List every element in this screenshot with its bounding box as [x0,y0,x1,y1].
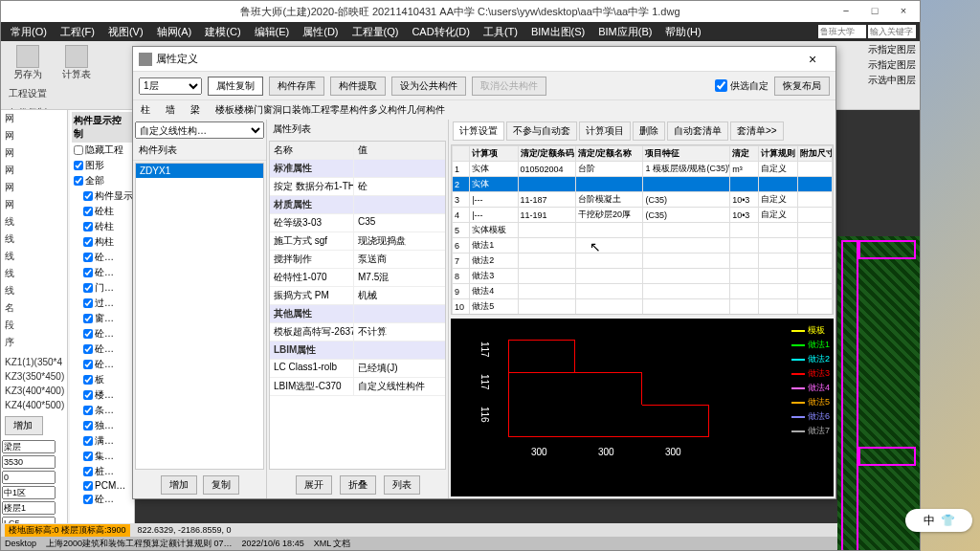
property-row[interactable]: 砼等级3-03C35 [270,214,445,232]
tree-check[interactable] [83,375,93,385]
menu-建模[interactable]: 建模(C) [199,23,246,41]
left-panel-item[interactable]: 段 [1,317,67,334]
tree-check[interactable] [83,452,93,461]
left-panel-item[interactable]: 网 [1,110,67,127]
tree-check[interactable] [83,481,93,491]
ribbon-right-label-1[interactable]: 示指定图层 [868,43,916,56]
tree-check[interactable] [83,329,93,339]
btn-折叠[interactable]: 折叠 [340,475,376,495]
tab-自动套清单[interactable]: 自动套清单 [667,121,728,141]
maximize-button[interactable]: □ [860,1,889,20]
property-row[interactable]: 其他属性 [270,305,445,323]
add-button[interactable]: 增加 [5,416,43,435]
calc-row[interactable]: 11做法6 [453,315,833,316]
left-panel-item[interactable]: 线 [1,282,67,299]
btn-构件存库[interactable]: 构件存库 [269,77,324,96]
tree-check[interactable] [83,360,93,369]
left-panel-item[interactable]: 序 [1,334,67,351]
tree-check[interactable] [83,467,93,476]
tree-check[interactable] [83,268,93,277]
tab-计算设置[interactable]: 计算设置 [453,121,504,141]
btn-列表[interactable]: 列表 [384,475,420,495]
btn-展开[interactable]: 展开 [296,475,332,495]
property-row[interactable]: 振捣方式 PM机械 [270,287,445,305]
calc-table[interactable]: 计算项 清定/定额条码 清定/定额名称 项目特征 清定 计算规则 附加尺寸 1实… [451,144,834,315]
property-table[interactable]: 名称值 标准属性按定 数据分布1-TH砼材质属性砼等级3-03C35施工方式 s… [269,141,446,470]
menu-工程量[interactable]: 工程量(Q) [346,23,405,41]
left-panel-item[interactable]: 网 [1,179,67,196]
left-panel-item[interactable]: 网 [1,196,67,213]
tab-墙[interactable]: 墙 [166,103,175,117]
btn-恢复布局[interactable]: 恢复布局 [774,77,830,96]
taskbar-doc[interactable]: 上海2000建筑和装饰工程预算定额计算规则 07… [46,538,233,550]
floor-input[interactable] [2,455,56,469]
tree-check[interactable] [83,436,93,446]
menu-bim应用[interactable]: BIM应用(B) [592,23,657,41]
calc-row[interactable]: 5实体模板 [453,223,833,238]
tree-check[interactable] [83,237,93,247]
floor-input[interactable] [2,471,56,484]
kz-item[interactable]: KZ3(400*400) [1,384,67,398]
tree-check[interactable] [74,176,83,186]
tree-check[interactable] [83,222,93,231]
tree-check[interactable] [83,344,93,354]
calc-row[interactable]: 9做法4 [453,284,833,299]
tree-check[interactable] [83,253,93,262]
hide-eng-check[interactable] [74,145,83,155]
menu-属性[interactable]: 属性(D) [297,23,344,41]
component-type-combo[interactable]: 自定义线性构… [135,121,264,139]
tree-check[interactable] [83,207,93,216]
component-item-selected[interactable]: ZDYX1 [136,164,263,178]
ribbon-工程设置[interactable]: 工程设置 [5,85,51,102]
floor-input[interactable] [2,440,56,453]
tree-check[interactable] [83,191,93,201]
calc-row[interactable]: 4|---11-191干挖砂层20厚(C35)10•3自定义 [453,208,833,223]
calc-row[interactable]: 7做法2 [453,253,833,269]
tree-check[interactable] [83,283,93,293]
tree-check[interactable] [83,314,93,323]
property-row[interactable]: 标准属性 [270,160,445,178]
menu-常用[interactable]: 常用(O) [5,23,53,41]
tab-计算项目[interactable]: 计算项目 [579,121,631,141]
floor-input[interactable] [2,486,56,499]
floor-input[interactable] [2,501,56,515]
btn-增加[interactable]: 增加 [161,475,197,495]
tab-删除[interactable]: 删除 [633,121,665,141]
tree-check[interactable] [83,421,93,430]
left-panel-item[interactable]: 网 [1,127,67,144]
menu-bim出图[interactable]: BIM出图(S) [525,23,590,41]
tree-check[interactable] [83,495,93,504]
dialog-close-button[interactable]: × [795,49,830,70]
search-school-input[interactable] [818,25,866,38]
search-keyword-input[interactable] [868,25,916,38]
ribbon-另存为[interactable]: 另存为 [10,43,46,83]
property-row[interactable]: 搅拌制作泵送商 [270,251,445,269]
component-list[interactable]: ZDYX1 [135,163,264,470]
property-row[interactable]: LC Class1-rolb已经填(J) [270,360,445,378]
menu-帮助[interactable]: 帮助(H) [659,23,706,41]
left-panel-item[interactable]: 名 [1,299,67,317]
tree-check[interactable] [83,298,93,308]
ime-indicator[interactable]: 中 👕 [905,509,972,532]
left-panel-item[interactable]: 线 [1,265,67,282]
property-row[interactable]: 材质属性 [270,196,445,214]
left-panel-item[interactable]: 线 [1,248,67,265]
taskbar-clear[interactable]: 清华币 0 [882,538,916,550]
ribbon-right-label-3[interactable]: 示选中图层 [868,74,916,87]
menu-工程[interactable]: 工程(F) [55,23,100,41]
tab-柱[interactable]: 柱 [141,103,150,117]
property-row[interactable]: 模板超高特写-2637不计算 [270,323,445,342]
menu-编辑[interactable]: 编辑(E) [249,23,296,41]
left-panel-item[interactable]: 网 [1,162,67,179]
btn-复制[interactable]: 复制 [203,475,239,495]
property-row[interactable]: LBIM选型-C370自定义线性构件 [270,378,445,396]
ribbon-计算表[interactable]: 计算表 [58,43,95,83]
calc-row[interactable]: 2实体 [453,177,833,192]
tab-rest[interactable]: 楼板楼梯门窗洞口装饰工程零星构件多义构件几何构件 [215,103,445,117]
calc-row[interactable]: 6做法1 [453,238,833,253]
property-row[interactable]: LBIM属性 [270,342,445,360]
tab-梁[interactable]: 梁 [190,103,200,117]
taskbar-desktop[interactable]: Desktop [5,539,36,548]
property-row[interactable]: 按定 数据分布1-TH砼 [270,178,445,196]
property-row[interactable]: 砼特性1-070M7.5混 [270,269,445,287]
